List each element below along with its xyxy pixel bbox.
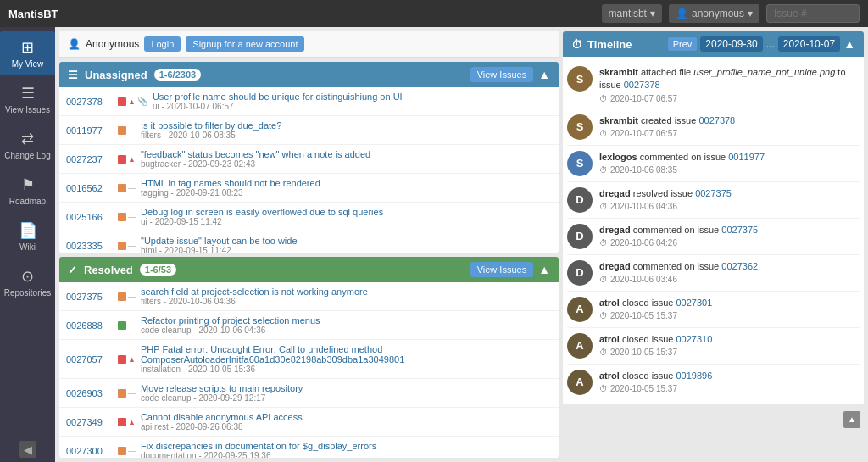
- main-layout: ⊞ My View ☰ View Issues ⇄ Change Log ⚑ R…: [0, 27, 868, 462]
- timeline-event-text: atrol closed issue 0027301: [599, 298, 712, 308]
- severity-icon: —: [128, 213, 136, 221]
- list-item: D dregad resolved issue 0027375 ⏱ 2020-1…: [567, 182, 860, 219]
- priority-indicator: [118, 292, 126, 301]
- signup-button[interactable]: Signup for a new account: [186, 36, 304, 52]
- issue-id[interactable]: 0026903: [66, 388, 113, 398]
- priority-indicator: [118, 321, 126, 330]
- clock-icon: ⏱: [599, 94, 608, 103]
- issue-id[interactable]: 0027057: [66, 354, 113, 365]
- table-row: 0026888 — Refactor printing of project s…: [59, 311, 559, 340]
- timeline-event-text: atrol closed issue 0027310: [599, 334, 712, 344]
- issue-title[interactable]: Debug log in screen is easily overflowed…: [141, 207, 552, 217]
- timeline-collapse-btn[interactable]: ▲: [843, 37, 855, 51]
- issue-meta: code cleanup - 2020-09-29 12:17: [141, 393, 552, 403]
- issue-id[interactable]: 0016562: [66, 183, 113, 193]
- issue-link[interactable]: 0011977: [728, 152, 765, 162]
- clock-icon: ⏱: [599, 348, 608, 357]
- resolved-view-issues-btn[interactable]: View Issues: [470, 262, 534, 277]
- issue-link[interactable]: 0027375: [721, 225, 758, 235]
- sidebar-item-roadmap[interactable]: ⚑ Roadmap: [0, 169, 55, 213]
- issue-info: Move release scripts to main repository …: [141, 383, 552, 403]
- clock-icon: ⏱: [599, 165, 608, 175]
- issue-link[interactable]: 0019896: [676, 370, 713, 381]
- avatar: A: [567, 370, 593, 395]
- priority-indicator: [118, 213, 126, 221]
- issue-link[interactable]: 0027378: [624, 80, 660, 90]
- exchange-icon: ⇄: [21, 130, 34, 148]
- top-nav-left: MantisBT: [8, 8, 58, 20]
- issue-id[interactable]: 0027375: [66, 292, 113, 302]
- timeline-time: ⏱ 2020-10-05 15:37: [599, 311, 860, 320]
- list-item: S skrambit attached file user_profile_na…: [567, 61, 860, 109]
- issue-info: HTML in tag names should not be rendered…: [141, 178, 552, 198]
- list-item: A atrol closed issue 0019896 ⏱ 2020-10-0…: [567, 365, 860, 400]
- issue-id[interactable]: 0011977: [66, 125, 113, 136]
- issue-id[interactable]: 0027349: [66, 417, 113, 427]
- timeline-date-start: 2020-09-30: [700, 36, 762, 52]
- issue-title[interactable]: search field at project-selection is not…: [141, 287, 552, 297]
- clock-icon: ⏱: [599, 311, 608, 320]
- issue-id[interactable]: 0027378: [66, 97, 113, 107]
- timeline-time: ⏱ 2020-10-07 06:57: [599, 129, 860, 138]
- resolved-collapse-btn[interactable]: ▲: [538, 263, 550, 276]
- scroll-top-btn[interactable]: ▲: [843, 411, 860, 428]
- sidebar-item-repositories[interactable]: ⊙ Repositories: [0, 260, 55, 304]
- issue-title[interactable]: Move release scripts to main repository: [141, 383, 552, 393]
- issue-title[interactable]: Refactor printing of project selection m…: [141, 315, 552, 326]
- timeline-time: ⏱ 2020-10-06 04:26: [599, 238, 860, 248]
- issue-id[interactable]: 0023335: [66, 241, 113, 251]
- list-icon: ☰: [68, 69, 78, 81]
- timeline-items: S skrambit attached file user_profile_na…: [563, 57, 864, 404]
- issue-title[interactable]: HTML in tag names should not be rendered: [141, 178, 552, 188]
- sidebar-item-wiki[interactable]: 📄 Wiki: [0, 214, 55, 259]
- search-input[interactable]: [766, 4, 860, 23]
- list-item: S lexlogos commented on issue 0011977 ⏱ …: [567, 146, 860, 182]
- issue-link[interactable]: 0027310: [676, 334, 713, 344]
- issue-meta: code cleanup - 2020-10-06 04:36: [141, 326, 552, 335]
- severity-icon: —: [128, 242, 136, 250]
- issue-title[interactable]: Is it possible to filter by due_date?: [141, 120, 552, 131]
- unassigned-view-issues-btn[interactable]: View Issues: [470, 67, 534, 82]
- timeline-time: ⏱ 2020-10-05 15:37: [599, 348, 860, 357]
- issue-info: "feedback" status becomes "new" when a n…: [141, 149, 552, 169]
- issue-title[interactable]: Cannot disable anonymous API access: [141, 412, 552, 422]
- issue-title[interactable]: PHP Fatal error: Uncaught Error: Call to…: [141, 344, 552, 365]
- timeline-time: ⏱ 2020-10-06 08:35: [599, 165, 860, 175]
- issue-icons: ▲: [118, 418, 136, 426]
- issue-id[interactable]: 0027300: [66, 446, 113, 456]
- issue-title[interactable]: "Update issue" layout can be too wide: [141, 236, 552, 246]
- issue-icons: —: [118, 321, 136, 330]
- timeline-prev-btn[interactable]: Prev: [668, 37, 698, 51]
- issue-link[interactable]: 0027378: [698, 115, 735, 125]
- sidebar-item-view-issues[interactable]: ☰ View Issues: [0, 77, 55, 121]
- issue-title[interactable]: "feedback" status becomes "new" when a n…: [141, 149, 552, 159]
- issue-meta: api rest - 2020-09-26 06:38: [141, 422, 552, 431]
- issue-title[interactable]: Fix discrepancies in documentation for $…: [141, 441, 552, 451]
- issue-title[interactable]: User profile name should be unique for d…: [153, 92, 552, 102]
- sidebar-collapse-btn[interactable]: ◀: [19, 441, 36, 458]
- priority-indicator: [118, 242, 126, 250]
- login-button[interactable]: Login: [144, 36, 181, 52]
- mantisbt-dropdown[interactable]: mantisbt ▾: [602, 4, 662, 23]
- issue-link[interactable]: 0027362: [721, 261, 758, 271]
- sidebar-item-my-view[interactable]: ⊞ My View: [0, 31, 55, 75]
- issue-link[interactable]: 0027375: [695, 188, 732, 198]
- issue-id[interactable]: 0027237: [66, 154, 113, 164]
- issue-info: Cannot disable anonymous API access api …: [141, 412, 552, 431]
- timeline-section: ⏱ Timeline Prev 2020-09-30 ... 2020-10-0…: [563, 31, 864, 404]
- page-icon: 📄: [19, 221, 37, 240]
- user-dropdown[interactable]: 👤 anonymous ▾: [669, 4, 760, 23]
- chevron-down-icon: ▾: [748, 8, 753, 19]
- user-icon: 👤: [676, 8, 688, 19]
- unassigned-header: ☰ Unassigned 1-6/2303 View Issues ▲: [59, 62, 559, 87]
- table-row: 0023335 — "Update issue" layout can be t…: [59, 231, 559, 253]
- issue-id[interactable]: 0025166: [66, 212, 113, 222]
- issue-link[interactable]: 0027301: [676, 298, 713, 308]
- unassigned-collapse-btn[interactable]: ▲: [538, 68, 550, 81]
- list-icon: ☰: [21, 84, 35, 103]
- issue-meta: documentation - 2020-09-25 19:36: [141, 451, 552, 458]
- avatar: D: [567, 260, 593, 286]
- sidebar-item-change-log[interactable]: ⇄ Change Log: [0, 123, 55, 167]
- issue-id[interactable]: 0026888: [66, 320, 113, 331]
- priority-indicator: [118, 355, 126, 364]
